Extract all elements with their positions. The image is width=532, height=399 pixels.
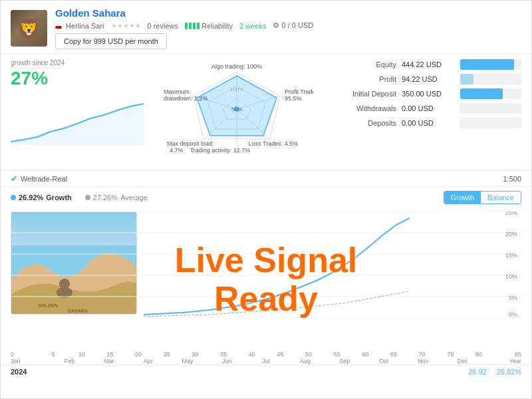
author-dot bbox=[55, 26, 62, 29]
svg-text:50%: 50% bbox=[231, 106, 242, 112]
average-dot bbox=[85, 195, 90, 200]
broker-row: ✔ Weltrade-Real 1:500 bbox=[1, 170, 531, 187]
growth-svg bbox=[11, 92, 144, 145]
fin-row-profit: Profit 94.22 USD bbox=[323, 74, 521, 84]
broker-name: Weltrade-Real bbox=[21, 175, 67, 183]
toggle-balance-button[interactable]: Balance bbox=[481, 192, 521, 203]
fin-row-withdrawals: Withdrawals 0.00 USD bbox=[323, 103, 521, 114]
growth-label: growth since 2024 bbox=[11, 59, 150, 66]
fin-label-profit: Profit bbox=[323, 75, 396, 83]
growth-dot bbox=[11, 195, 16, 200]
toggle-buttons: Growth Balance bbox=[444, 191, 521, 204]
fin-row-deposit: Initial Deposit 350.00 USD bbox=[323, 88, 521, 99]
svg-text:100%: 100% bbox=[230, 86, 243, 92]
rel-bar-4 bbox=[197, 23, 200, 29]
rel-bar-2 bbox=[189, 23, 192, 29]
weeks: 2 weeks bbox=[239, 22, 266, 30]
fin-label-withdrawals: Withdrawals bbox=[323, 104, 396, 112]
fin-value-profit: 94.22 USD bbox=[402, 75, 455, 83]
fin-row-equity: Equity 444.22 USD bbox=[323, 59, 521, 70]
fin-value-deposit: 350.00 USD bbox=[402, 90, 455, 98]
bottom-val2: 26.92% bbox=[497, 368, 521, 376]
growth-chart bbox=[11, 92, 144, 145]
fin-row-deposits: Deposits 0.00 USD bbox=[323, 118, 521, 128]
fin-bar-equity bbox=[460, 59, 514, 70]
fin-bar-deposit bbox=[460, 88, 503, 99]
svg-text:Max deposit load:: Max deposit load: bbox=[167, 140, 214, 147]
year-label: 2024 bbox=[11, 368, 27, 376]
fin-bar-deposits-wrap bbox=[460, 118, 521, 128]
svg-text:Profit Trades:: Profit Trades: bbox=[285, 88, 313, 95]
radar-svg: Algo trading: 100% Profit Trades: 95.5% … bbox=[160, 59, 313, 162]
financial-stats: Equity 444.22 USD Profit 94.22 USD Initi… bbox=[323, 59, 521, 164]
fin-label-deposits: Deposits bbox=[323, 119, 396, 127]
fin-value-equity: 444.22 USD bbox=[402, 61, 455, 68]
header-meta: Herlina Sari ★★★★★ 0 reviews Reliability… bbox=[55, 21, 521, 30]
svg-text:drawdown: 1.2%: drawdown: 1.2% bbox=[164, 95, 208, 102]
svg-text:95.5%: 95.5% bbox=[285, 95, 302, 102]
fin-bar-equity-wrap bbox=[460, 59, 521, 70]
author: Herlina Sari bbox=[55, 22, 104, 30]
svg-text:Algo trading: 100%: Algo trading: 100% bbox=[211, 63, 262, 70]
bottom-val1: 26.92 bbox=[468, 368, 487, 376]
header: Golden Sahara Herlina Sari ★★★★★ 0 revie… bbox=[1, 1, 531, 54]
chart-controls: 26.92% Growth 27.26% Average Growth Bala… bbox=[1, 187, 531, 208]
tab-growth-value: 26.92% bbox=[19, 194, 43, 201]
x-axis-months: Jan Feb Mar Apr May Jun Jul Aug Sep Oct … bbox=[1, 358, 531, 365]
svg-text:0%: 0% bbox=[509, 311, 517, 318]
svg-marker-8 bbox=[197, 76, 277, 136]
main-chart-svg: 25% 20% 15% 10% 5% 0% bbox=[11, 211, 523, 318]
svg-text:5%: 5% bbox=[509, 295, 517, 301]
fin-label-equity: Equity bbox=[323, 61, 396, 68]
avatar bbox=[11, 10, 47, 47]
toggle-growth-button[interactable]: Growth bbox=[444, 192, 481, 203]
fin-bar-withdrawals-wrap bbox=[460, 103, 521, 114]
bottom-bar: 2024 26.92 26.92% bbox=[1, 365, 531, 378]
radar-area: Algo trading: 100% Profit Trades: 95.5% … bbox=[160, 59, 313, 164]
svg-text:20%: 20% bbox=[505, 231, 517, 237]
tab-growth[interactable]: 26.92% Growth bbox=[11, 194, 72, 201]
stars: ★★★★★ bbox=[111, 22, 141, 29]
reviews: 0 reviews bbox=[148, 22, 178, 30]
tab-average-value: 27.26% bbox=[93, 194, 118, 201]
svg-text:Trading activity: 12.7%: Trading activity: 12.7% bbox=[190, 147, 251, 154]
avatar-image bbox=[11, 10, 47, 47]
fin-label-deposit: Initial Deposit bbox=[323, 90, 396, 98]
header-info: Golden Sahara Herlina Sari ★★★★★ 0 revie… bbox=[55, 7, 521, 49]
fin-bar-profit-wrap bbox=[460, 74, 521, 84]
credits: ⚙ 0 / 0 USD bbox=[273, 21, 313, 30]
check-icon: ✔ bbox=[11, 174, 18, 184]
rel-bar-3 bbox=[193, 23, 196, 29]
tab-average-label: Average bbox=[120, 194, 148, 201]
reliability-bars bbox=[185, 23, 200, 29]
weltrade: ✔ Weltrade-Real bbox=[11, 174, 67, 184]
title: Golden Sahara bbox=[55, 7, 521, 19]
tab-average[interactable]: 27.26% Average bbox=[85, 194, 148, 201]
leverage: 1:500 bbox=[503, 175, 521, 183]
fin-bar-deposit-wrap bbox=[460, 88, 521, 99]
growth-area: growth since 2024 27% bbox=[11, 59, 150, 164]
stats-row: growth since 2024 27% bbox=[1, 54, 531, 170]
fin-bar-profit bbox=[460, 74, 473, 84]
bottom-values: 26.92 26.92% bbox=[468, 368, 521, 376]
copy-button[interactable]: Copy for 999 USD per month bbox=[55, 33, 167, 49]
fin-value-withdrawals: 0.00 USD bbox=[402, 104, 455, 112]
tab-growth-label: Growth bbox=[46, 194, 72, 201]
fin-value-deposits: 0.00 USD bbox=[402, 119, 455, 127]
svg-text:Loss Trades: 4.5%: Loss Trades: 4.5% bbox=[249, 140, 299, 147]
svg-text:10%: 10% bbox=[505, 273, 517, 280]
growth-pct: 27% bbox=[11, 68, 150, 89]
svg-text:15%: 15% bbox=[505, 252, 517, 259]
svg-text:Maximum: Maximum bbox=[164, 88, 190, 95]
rel-bar-1 bbox=[185, 23, 188, 29]
x-axis-numbers: 0 5 10 15 20 25 30 35 40 45 50 55 60 65 … bbox=[1, 351, 531, 358]
reliability: Reliability bbox=[185, 22, 233, 30]
svg-text:4.7%: 4.7% bbox=[170, 147, 184, 154]
main-chart: GOLDEN SAHARA 25% 20% 15% 10% 5% 0% bbox=[1, 208, 531, 351]
chart-tabs: 26.92% Growth 27.26% Average bbox=[11, 194, 148, 201]
svg-text:25%: 25% bbox=[505, 211, 517, 216]
